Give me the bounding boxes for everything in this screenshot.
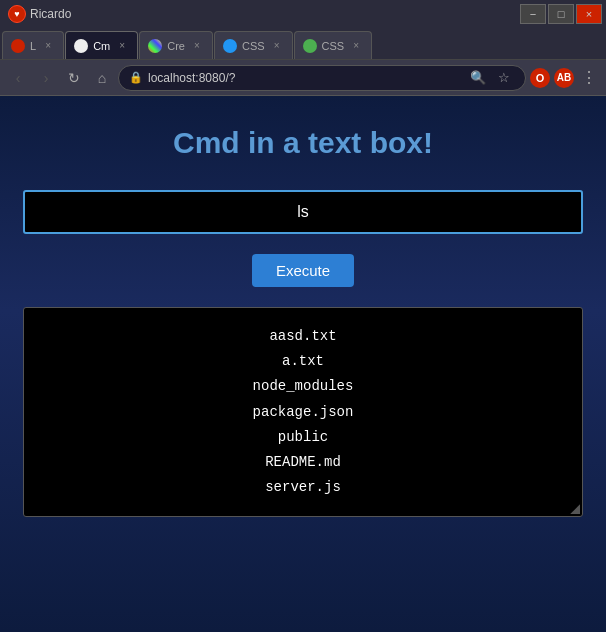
tab-cmd[interactable]: Cm × <box>65 31 138 59</box>
page-title: Cmd in a text box! <box>173 126 433 160</box>
tab-bar: L × Cm × Cre × CSS × CSS × <box>0 28 606 60</box>
tab-youtube[interactable]: L × <box>2 31 64 59</box>
tab-icon-css1 <box>223 39 237 53</box>
address-bar: ‹ › ↻ ⌂ 🔒 localhost:8080/? 🔍 ☆ O AB ⋮ <box>0 60 606 96</box>
address-input-container[interactable]: 🔒 localhost:8080/? 🔍 ☆ <box>118 65 526 91</box>
close-button[interactable]: × <box>576 4 602 24</box>
adblock-icon[interactable]: AB <box>554 68 574 88</box>
tab-icon-cmd <box>74 39 88 53</box>
profile-icon: ♥ <box>8 5 26 23</box>
execute-button[interactable]: Execute <box>252 254 354 287</box>
output-line: public <box>40 425 566 450</box>
output-line: a.txt <box>40 349 566 374</box>
tab-css2[interactable]: CSS × <box>294 31 373 59</box>
refresh-button[interactable]: ↻ <box>62 66 86 90</box>
menu-icon[interactable]: ⋮ <box>578 67 600 89</box>
output-line: server.js <box>40 475 566 500</box>
output-line: package.json <box>40 400 566 425</box>
output-area: aasd.txta.txtnode_modulespackage.jsonpub… <box>23 307 583 517</box>
tab-close-cmd[interactable]: × <box>115 39 129 53</box>
profile-name: Ricardo <box>30 7 71 21</box>
tab-create[interactable]: Cre × <box>139 31 213 59</box>
tab-css1[interactable]: CSS × <box>214 31 293 59</box>
forward-button[interactable]: › <box>34 66 58 90</box>
output-line: aasd.txt <box>40 324 566 349</box>
main-content: Cmd in a text box! Execute aasd.txta.txt… <box>0 96 606 632</box>
tab-icon-css2 <box>303 39 317 53</box>
profile-section: ♥ Ricardo <box>8 5 71 23</box>
tab-label-youtube: L <box>30 40 36 52</box>
tab-label-css1: CSS <box>242 40 265 52</box>
minimize-button[interactable]: − <box>520 4 546 24</box>
tab-icon-youtube <box>11 39 25 53</box>
output-line: node_modules <box>40 374 566 399</box>
title-bar: ♥ Ricardo − □ × <box>0 0 606 28</box>
command-input[interactable] <box>23 190 583 234</box>
back-button[interactable]: ‹ <box>6 66 30 90</box>
lock-icon: 🔒 <box>129 71 143 84</box>
opera-icon[interactable]: O <box>530 68 550 88</box>
address-icons: 🔍 ☆ <box>467 67 515 89</box>
tab-close-css1[interactable]: × <box>270 39 284 53</box>
tab-icon-create <box>148 39 162 53</box>
tab-close-youtube[interactable]: × <box>41 39 55 53</box>
tab-label-cmd: Cm <box>93 40 110 52</box>
bookmark-icon[interactable]: ☆ <box>493 67 515 89</box>
tab-label-css2: CSS <box>322 40 345 52</box>
output-line: README.md <box>40 450 566 475</box>
home-button[interactable]: ⌂ <box>90 66 114 90</box>
tab-close-create[interactable]: × <box>190 39 204 53</box>
search-address-icon[interactable]: 🔍 <box>467 67 489 89</box>
address-text: localhost:8080/? <box>148 71 462 85</box>
tab-label-create: Cre <box>167 40 185 52</box>
maximize-button[interactable]: □ <box>548 4 574 24</box>
tab-close-css2[interactable]: × <box>349 39 363 53</box>
